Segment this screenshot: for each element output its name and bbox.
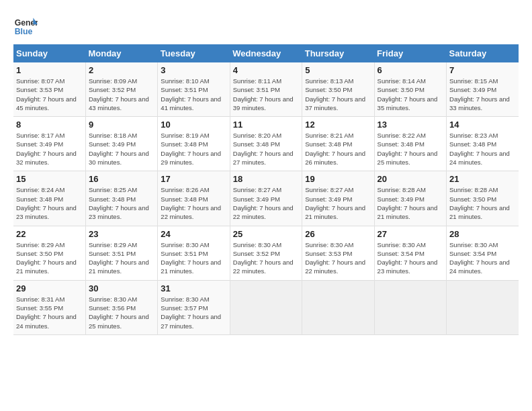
day-cell-10: 10 Sunrise: 8:19 AMSunset: 3:48 PMDaylig… [158, 117, 230, 171]
day-detail: Sunrise: 8:20 AMSunset: 3:48 PMDaylight:… [233, 132, 294, 166]
day-number: 2 [89, 65, 154, 75]
day-number: 21 [449, 174, 516, 184]
day-cell-31: 31 Sunrise: 8:30 AMSunset: 3:57 PMDaylig… [158, 280, 230, 334]
day-number: 29 [16, 283, 83, 293]
day-detail: Sunrise: 8:14 AMSunset: 3:50 PMDaylight:… [378, 77, 438, 111]
day-detail: Sunrise: 8:30 AMSunset: 3:53 PMDaylight:… [305, 241, 365, 275]
day-number: 31 [161, 283, 226, 293]
week-row-4: 22 Sunrise: 8:29 AMSunset: 3:50 PMDaylig… [13, 226, 519, 280]
day-number: 10 [161, 120, 226, 130]
day-cell-17: 17 Sunrise: 8:26 AMSunset: 3:48 PMDaylig… [158, 171, 230, 226]
header-day-monday: Monday [85, 44, 157, 62]
week-row-2: 8 Sunrise: 8:17 AMSunset: 3:49 PMDayligh… [13, 117, 519, 171]
day-detail: Sunrise: 8:30 AMSunset: 3:57 PMDaylight:… [161, 295, 221, 330]
week-row-5: 29 Sunrise: 8:31 AMSunset: 3:55 PMDaylig… [13, 280, 519, 334]
day-number: 6 [378, 65, 443, 75]
day-cell-24: 24 Sunrise: 8:30 AMSunset: 3:51 PMDaylig… [158, 226, 230, 280]
calendar-table: SundayMondayTuesdayWednesdayThursdayFrid… [13, 44, 519, 335]
day-detail: Sunrise: 8:13 AMSunset: 3:50 PMDaylight:… [305, 77, 365, 111]
header-day-sunday: Sunday [13, 44, 85, 62]
day-cell-14: 14 Sunrise: 8:23 AMSunset: 3:48 PMDaylig… [447, 117, 519, 171]
day-detail: Sunrise: 8:23 AMSunset: 3:48 PMDaylight:… [449, 132, 510, 166]
day-detail: Sunrise: 8:31 AMSunset: 3:55 PMDaylight:… [16, 295, 77, 330]
day-cell-1: 1 Sunrise: 8:07 AMSunset: 3:53 PMDayligh… [13, 62, 85, 117]
day-cell-19: 19 Sunrise: 8:27 AMSunset: 3:49 PMDaylig… [302, 171, 374, 226]
day-detail: Sunrise: 8:30 AMSunset: 3:54 PMDaylight:… [449, 241, 510, 275]
day-number: 3 [161, 65, 226, 75]
day-cell-18: 18 Sunrise: 8:27 AMSunset: 3:49 PMDaylig… [230, 171, 302, 226]
day-number: 16 [89, 174, 154, 184]
day-detail: Sunrise: 8:30 AMSunset: 3:56 PMDaylight:… [89, 295, 149, 330]
day-cell-12: 12 Sunrise: 8:21 AMSunset: 3:48 PMDaylig… [302, 117, 374, 171]
empty-cell [374, 280, 446, 334]
header-day-friday: Friday [374, 44, 446, 62]
day-number: 20 [378, 174, 443, 184]
day-detail: Sunrise: 8:27 AMSunset: 3:49 PMDaylight:… [233, 186, 294, 220]
logo-icon: General Blue [13, 13, 38, 38]
day-cell-25: 25 Sunrise: 8:30 AMSunset: 3:52 PMDaylig… [230, 226, 302, 280]
day-cell-7: 7 Sunrise: 8:15 AMSunset: 3:49 PMDayligh… [447, 62, 519, 117]
day-cell-16: 16 Sunrise: 8:25 AMSunset: 3:48 PMDaylig… [85, 171, 157, 226]
day-cell-29: 29 Sunrise: 8:31 AMSunset: 3:55 PMDaylig… [13, 280, 85, 334]
day-number: 4 [233, 65, 299, 75]
day-detail: Sunrise: 8:09 AMSunset: 3:52 PMDaylight:… [89, 77, 149, 111]
day-cell-26: 26 Sunrise: 8:30 AMSunset: 3:53 PMDaylig… [302, 226, 374, 280]
day-cell-21: 21 Sunrise: 8:28 AMSunset: 3:50 PMDaylig… [447, 171, 519, 226]
header-day-wednesday: Wednesday [230, 44, 302, 62]
day-number: 7 [449, 65, 516, 75]
day-detail: Sunrise: 8:15 AMSunset: 3:49 PMDaylight:… [449, 77, 510, 111]
day-cell-8: 8 Sunrise: 8:17 AMSunset: 3:49 PMDayligh… [13, 117, 85, 171]
day-cell-5: 5 Sunrise: 8:13 AMSunset: 3:50 PMDayligh… [302, 62, 374, 117]
day-cell-23: 23 Sunrise: 8:29 AMSunset: 3:51 PMDaylig… [85, 226, 157, 280]
day-number: 15 [16, 174, 83, 184]
header-day-tuesday: Tuesday [158, 44, 230, 62]
day-detail: Sunrise: 8:28 AMSunset: 3:49 PMDaylight:… [378, 186, 438, 220]
day-number: 19 [305, 174, 371, 184]
day-cell-27: 27 Sunrise: 8:30 AMSunset: 3:54 PMDaylig… [374, 226, 446, 280]
day-cell-20: 20 Sunrise: 8:28 AMSunset: 3:49 PMDaylig… [374, 171, 446, 226]
day-detail: Sunrise: 8:07 AMSunset: 3:53 PMDaylight:… [16, 77, 77, 111]
day-detail: Sunrise: 8:21 AMSunset: 3:48 PMDaylight:… [305, 132, 365, 166]
day-number: 9 [89, 120, 154, 130]
day-number: 12 [305, 120, 371, 130]
day-detail: Sunrise: 8:30 AMSunset: 3:54 PMDaylight:… [378, 241, 438, 275]
svg-text:Blue: Blue [15, 27, 33, 36]
empty-cell [447, 280, 519, 334]
day-number: 30 [89, 283, 154, 293]
empty-cell [230, 280, 302, 334]
day-cell-2: 2 Sunrise: 8:09 AMSunset: 3:52 PMDayligh… [85, 62, 157, 117]
day-number: 8 [16, 120, 83, 130]
day-detail: Sunrise: 8:17 AMSunset: 3:49 PMDaylight:… [16, 132, 77, 166]
day-detail: Sunrise: 8:30 AMSunset: 3:52 PMDaylight:… [233, 241, 294, 275]
day-cell-11: 11 Sunrise: 8:20 AMSunset: 3:48 PMDaylig… [230, 117, 302, 171]
day-detail: Sunrise: 8:28 AMSunset: 3:50 PMDaylight:… [449, 186, 510, 220]
day-detail: Sunrise: 8:29 AMSunset: 3:50 PMDaylight:… [16, 241, 77, 275]
day-detail: Sunrise: 8:24 AMSunset: 3:48 PMDaylight:… [16, 186, 77, 220]
day-number: 26 [305, 229, 371, 239]
day-number: 27 [378, 229, 443, 239]
day-number: 23 [89, 229, 154, 239]
day-cell-15: 15 Sunrise: 8:24 AMSunset: 3:48 PMDaylig… [13, 171, 85, 226]
day-detail: Sunrise: 8:18 AMSunset: 3:49 PMDaylight:… [89, 132, 149, 166]
day-cell-28: 28 Sunrise: 8:30 AMSunset: 3:54 PMDaylig… [447, 226, 519, 280]
day-number: 5 [305, 65, 371, 75]
day-number: 28 [449, 229, 516, 239]
day-number: 13 [378, 120, 443, 130]
day-cell-9: 9 Sunrise: 8:18 AMSunset: 3:49 PMDayligh… [85, 117, 157, 171]
day-detail: Sunrise: 8:26 AMSunset: 3:48 PMDaylight:… [161, 186, 221, 220]
day-detail: Sunrise: 8:11 AMSunset: 3:51 PMDaylight:… [233, 77, 294, 111]
day-cell-22: 22 Sunrise: 8:29 AMSunset: 3:50 PMDaylig… [13, 226, 85, 280]
header-row: SundayMondayTuesdayWednesdayThursdayFrid… [13, 44, 519, 62]
empty-cell [302, 280, 374, 334]
logo: General Blue [13, 13, 38, 38]
header-day-saturday: Saturday [447, 44, 519, 62]
day-number: 24 [161, 229, 226, 239]
day-cell-3: 3 Sunrise: 8:10 AMSunset: 3:51 PMDayligh… [158, 62, 230, 117]
day-number: 25 [233, 229, 299, 239]
day-number: 14 [449, 120, 516, 130]
week-row-3: 15 Sunrise: 8:24 AMSunset: 3:48 PMDaylig… [13, 171, 519, 226]
day-detail: Sunrise: 8:27 AMSunset: 3:49 PMDaylight:… [305, 186, 365, 220]
day-cell-30: 30 Sunrise: 8:30 AMSunset: 3:56 PMDaylig… [85, 280, 157, 334]
header-day-thursday: Thursday [302, 44, 374, 62]
day-number: 17 [161, 174, 226, 184]
